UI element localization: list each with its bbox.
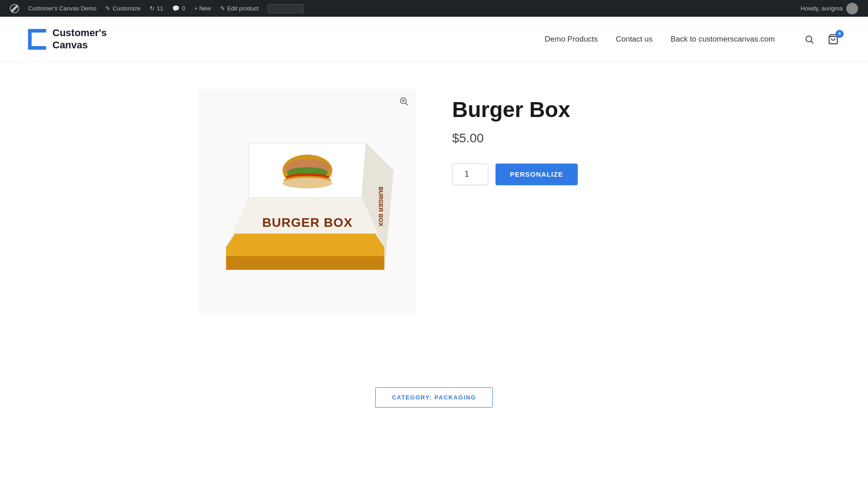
main-header: Customer's Canvas Demo Products Contact …	[0, 17, 868, 62]
admin-search-input[interactable]	[268, 4, 304, 13]
updates-count: 11	[157, 5, 163, 12]
edit-product-label: Edit product	[227, 5, 259, 12]
logo[interactable]: Customer's Canvas	[27, 27, 107, 51]
nav-back-to-site[interactable]: Back to customerscanvas.com	[670, 35, 775, 44]
product-image-area: BURGER BOX BURGER BOX	[199, 89, 416, 315]
product-price: $5.00	[452, 131, 669, 145]
nav-demo-products[interactable]: Demo Products	[545, 35, 598, 44]
product-actions: PERSONALIZE	[452, 164, 669, 185]
cart-button[interactable]: 4	[826, 32, 841, 47]
svg-marker-27	[226, 256, 384, 270]
new-label: + New	[194, 5, 211, 12]
admin-avatar	[846, 3, 858, 14]
admin-bar-new[interactable]: + New	[189, 0, 215, 17]
howdy-label: Howdy, aurigma	[801, 5, 843, 12]
category-tag[interactable]: CATEGORY: PACKAGING	[375, 387, 493, 408]
admin-bar-wp[interactable]	[5, 0, 24, 17]
cart-count: 4	[835, 30, 844, 38]
header-icons: 4	[802, 32, 841, 47]
admin-bar-right: Howdy, aurigma	[796, 3, 863, 14]
zoom-button[interactable]	[399, 96, 409, 109]
admin-bar: Customer's Canvas Demo ✎ Customize ↻ 11 …	[0, 0, 868, 17]
product-title: Burger Box	[452, 98, 669, 122]
admin-bar-comments[interactable]: 💬 0	[168, 0, 189, 17]
svg-text:BURGER BOX: BURGER BOX	[262, 216, 353, 230]
product-page: BURGER BOX BURGER BOX Burger Box $5.00 P…	[163, 62, 705, 342]
svg-line-4	[811, 41, 813, 43]
nav-contact-us[interactable]: Contact us	[616, 35, 652, 44]
main-nav: Demo Products Contact us Back to custome…	[545, 35, 775, 44]
svg-rect-2	[28, 46, 46, 50]
admin-bar-customize[interactable]: ✎ Customize	[101, 0, 145, 17]
admin-bar-search[interactable]	[263, 0, 308, 17]
admin-bar-site[interactable]: Customer's Canvas Demo	[24, 0, 101, 17]
logo-text: Customer's Canvas	[52, 27, 107, 51]
svg-line-7	[406, 103, 408, 105]
zoom-icon	[399, 96, 409, 106]
updates-icon: ↻	[150, 5, 155, 12]
search-button[interactable]	[802, 32, 816, 47]
product-details: Burger Box $5.00 PERSONALIZE	[452, 89, 669, 315]
logo-icon	[27, 28, 47, 51]
svg-point-24	[283, 178, 332, 188]
comments-icon: 💬	[172, 5, 179, 12]
svg-point-3	[806, 36, 812, 42]
quantity-input[interactable]	[452, 164, 488, 185]
admin-bar-updates[interactable]: ↻ 11	[145, 0, 168, 17]
admin-bar-edit-product[interactable]: ✎ Edit product	[216, 0, 263, 17]
comments-label: 0	[182, 5, 185, 12]
svg-marker-28	[226, 247, 384, 256]
edit-product-icon: ✎	[220, 5, 225, 12]
search-icon	[804, 34, 814, 44]
admin-bar-site-label: Customer's Canvas Demo	[28, 5, 96, 12]
category-section: CATEGORY: PACKAGING	[0, 387, 868, 444]
svg-rect-1	[28, 29, 46, 33]
svg-text:BURGER BOX: BURGER BOX	[377, 187, 384, 226]
customize-label: Customize	[113, 5, 140, 12]
edit-icon: ✎	[105, 5, 110, 12]
product-image: BURGER BOX BURGER BOX	[222, 107, 393, 297]
personalize-button[interactable]: PERSONALIZE	[495, 164, 578, 185]
